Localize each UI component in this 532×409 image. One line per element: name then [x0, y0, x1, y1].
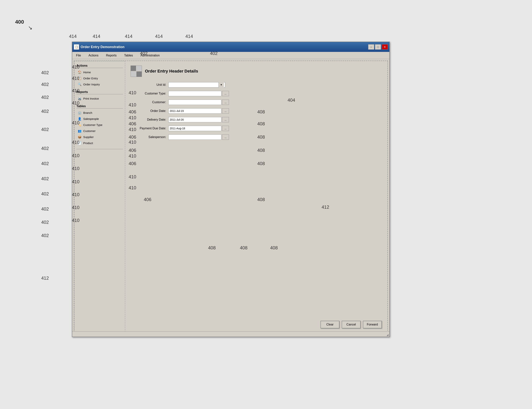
- label-410-customer: 410: [72, 205, 80, 210]
- sidebar-item-supplier[interactable]: 📦 Supplier: [76, 134, 123, 140]
- sidebar-customer-type-label: Customer Type: [83, 123, 102, 127]
- forward-button[interactable]: Forward: [363, 321, 382, 328]
- sidebar-item-print-invoice[interactable]: 🖨️ Print Invoice: [76, 95, 123, 102]
- form-row-salesperson: Salesperson: ...: [131, 134, 382, 140]
- customer-type-input[interactable]: [168, 91, 221, 96]
- sidebar-divider: [76, 149, 123, 149]
- label-406-customer: 406: [129, 134, 136, 140]
- order-date-input[interactable]: [168, 108, 221, 114]
- supplier-icon: 📦: [78, 135, 82, 139]
- panel-icon-cell-2: [136, 66, 142, 71]
- label-unit-id: Unit Id:: [131, 83, 168, 86]
- status-bar: ◢: [72, 331, 389, 337]
- clear-button[interactable]: Clear: [320, 321, 339, 328]
- label-406-salesperson: 406: [144, 197, 151, 202]
- sidebar-product-label: Product: [83, 141, 93, 145]
- label-410-form-payment: 410: [129, 153, 136, 159]
- title-bar-controls: ─ □ ✕: [368, 44, 388, 50]
- app-window: 📋 Order Entry Demonstration ─ □ ✕ File A…: [72, 42, 390, 337]
- label-410-cust-type: 410: [72, 192, 80, 197]
- print-invoice-icon: 🖨️: [78, 96, 82, 101]
- delivery-date-field-container: ...: [168, 117, 229, 122]
- label-402-order-entry: 402: [41, 95, 49, 100]
- payment-due-date-input[interactable]: [168, 126, 221, 131]
- menu-tables[interactable]: Tables: [123, 53, 134, 58]
- close-button[interactable]: ✕: [382, 44, 388, 50]
- label-414d: 414: [155, 34, 163, 39]
- menu-file[interactable]: File: [74, 53, 82, 58]
- label-412-main: 412: [322, 204, 329, 210]
- sidebar-item-customer-type[interactable]: 🏷️ Customer Type: [76, 122, 123, 128]
- cancel-button[interactable]: Cancel: [342, 321, 361, 328]
- label-408-customer: 408: [257, 134, 265, 140]
- bottom-buttons: Clear Cancel Forward: [320, 321, 382, 328]
- customer-browse-btn[interactable]: ...: [222, 100, 229, 105]
- form-row-unit-id: Unit Id: ▼: [131, 82, 382, 87]
- form-row-delivery-date: Delivery Date: ...: [131, 117, 382, 122]
- sidebar-actions-title: Actions: [76, 64, 123, 68]
- label-406-cust-type: 406: [129, 121, 136, 127]
- label-406-unit: 406: [129, 109, 136, 115]
- label-406-order-date: 406: [129, 148, 136, 153]
- label-414a: 414: [69, 34, 77, 39]
- dropdown-arrow-unit-id[interactable]: ▼: [218, 82, 224, 87]
- delivery-date-input[interactable]: [168, 117, 221, 122]
- label-414b: 414: [93, 34, 100, 39]
- label-402-tables: 402: [41, 146, 49, 151]
- label-410-form-delivery: 410: [129, 139, 136, 145]
- label-402-sidebar-title: 402: [41, 70, 49, 75]
- label-402-reports: 402: [41, 127, 49, 132]
- label-402-customer: 402: [41, 206, 49, 212]
- window-title: Order Entry Demonstration: [81, 45, 125, 49]
- panel-icon-cell-3: [131, 71, 136, 77]
- resize-grip: ◢: [387, 333, 388, 336]
- payment-due-date-browse-btn[interactable]: ...: [222, 126, 229, 131]
- unit-id-dropdown[interactable]: ▼: [168, 82, 225, 87]
- order-inquiry-icon: 🔍: [78, 82, 82, 86]
- label-400: 400: [15, 19, 24, 25]
- label-410-order-entry: 410: [72, 88, 80, 93]
- label-414c: 414: [125, 34, 132, 39]
- unit-id-field-container: ▼: [168, 82, 225, 87]
- sidebar-home-label: Home: [83, 71, 91, 74]
- label-408-cust-type: 408: [257, 121, 265, 127]
- sidebar-item-salespeople[interactable]: 👤 Salespeople: [76, 116, 123, 122]
- panel-header: Order Entry Header Details: [131, 65, 382, 77]
- salesperson-input[interactable]: [168, 134, 221, 140]
- label-404: 404: [288, 98, 295, 103]
- sidebar-customer-label: Customer: [83, 129, 96, 132]
- label-406-delivery: 406: [129, 161, 136, 166]
- sidebar-item-home[interactable]: 🏠 Home: [76, 69, 123, 75]
- order-date-browse-btn[interactable]: ...: [222, 108, 229, 114]
- sidebar-item-product[interactable]: 📄 Product: [76, 140, 123, 146]
- minimize-button[interactable]: ─: [368, 44, 374, 50]
- delivery-date-browse-btn[interactable]: ...: [222, 117, 229, 122]
- label-408-salesperson: 408: [257, 197, 265, 202]
- order-date-field-container: ...: [168, 108, 229, 114]
- form-row-order-date: Order Date: ...: [131, 108, 382, 114]
- payment-due-date-field-container: ...: [168, 126, 229, 131]
- label-410-branch: 410: [72, 166, 80, 171]
- label-410-reports: 410: [72, 120, 80, 126]
- label-402-salespeople: 402: [41, 176, 49, 181]
- sidebar-item-order-inquiry[interactable]: 🔍 Order Inquiry: [76, 81, 123, 87]
- sidebar-item-branch[interactable]: 🏢 Branch: [76, 110, 123, 116]
- sidebar-item-order-entry[interactable]: 📋 Order Entry: [76, 75, 123, 81]
- label-402-panel-title: 402: [210, 51, 217, 56]
- sidebar-branch-label: Branch: [83, 111, 92, 114]
- label-402-product: 402: [41, 233, 49, 238]
- menu-actions[interactable]: Actions: [87, 53, 100, 58]
- label-412-sidebar: 412: [41, 276, 49, 281]
- sidebar-item-customer[interactable]: 👥 Customer: [76, 128, 123, 134]
- restore-button[interactable]: □: [375, 44, 381, 50]
- sidebar-order-entry-label: Order Entry: [83, 77, 98, 80]
- customer-type-browse-btn[interactable]: ...: [222, 91, 229, 96]
- customer-input[interactable]: [168, 100, 221, 105]
- menu-reports[interactable]: Reports: [104, 53, 118, 58]
- panel-icon-cell-1: [131, 66, 136, 71]
- salesperson-browse-btn[interactable]: ...: [222, 134, 229, 140]
- label-410-supplier: 410: [72, 218, 80, 223]
- panel-icon: [131, 65, 142, 77]
- form-row-customer-type: Customer Type: ...: [131, 91, 382, 96]
- sidebar-order-inquiry-label: Order Inquiry: [83, 83, 100, 86]
